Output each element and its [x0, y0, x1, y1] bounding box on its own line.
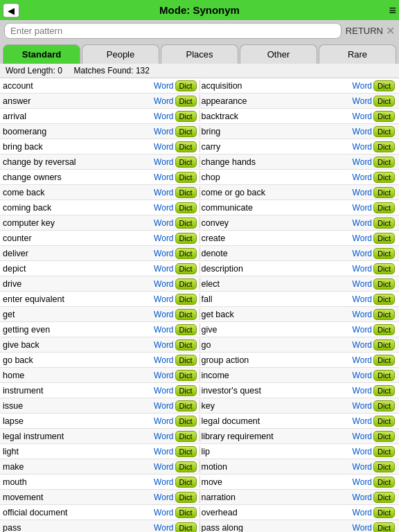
word-link-right[interactable]: Word [353, 432, 372, 441]
word-link-left[interactable]: Word [154, 432, 173, 441]
word-link-left[interactable]: Word [154, 462, 173, 472]
word-link-right[interactable]: Word [353, 340, 372, 350]
dict-button-right[interactable]: Dict [373, 385, 395, 396]
dict-button-left[interactable]: Dict [175, 385, 197, 396]
word-link-left[interactable]: Word [154, 447, 173, 456]
word-link-left[interactable]: Word [154, 127, 173, 136]
dict-button-right[interactable]: Dict [373, 202, 395, 213]
dict-button-left[interactable]: Dict [175, 187, 197, 198]
dict-button-right[interactable]: Dict [373, 400, 395, 411]
dict-button-left[interactable]: Dict [175, 370, 197, 381]
word-link-right[interactable]: Word [353, 447, 372, 456]
word-link-left[interactable]: Word [154, 112, 173, 121]
dict-button-right[interactable]: Dict [373, 461, 395, 472]
dict-button-right[interactable]: Dict [373, 172, 395, 183]
dict-button-left[interactable]: Dict [175, 233, 197, 244]
word-link-left[interactable]: Word [154, 340, 173, 350]
dict-button-right[interactable]: Dict [373, 355, 395, 366]
menu-button[interactable]: ≡ [389, 3, 396, 17]
dict-button-right[interactable]: Dict [373, 507, 395, 518]
word-link-right[interactable]: Word [353, 218, 372, 228]
word-link-right[interactable]: Word [353, 355, 372, 365]
back-button[interactable]: ◀ [3, 3, 19, 17]
dict-button-left[interactable]: Dict [175, 339, 197, 351]
word-link-left[interactable]: Word [154, 416, 173, 426]
dict-button-left[interactable]: Dict [175, 263, 197, 274]
word-link-left[interactable]: Word [154, 188, 173, 197]
dict-button-right[interactable]: Dict [373, 324, 395, 335]
dict-button-right[interactable]: Dict [373, 187, 395, 198]
word-link-left[interactable]: Word [154, 279, 173, 289]
word-link-right[interactable]: Word [353, 493, 372, 502]
dict-button-left[interactable]: Dict [175, 126, 197, 137]
word-link-left[interactable]: Word [154, 310, 173, 319]
dict-button-right[interactable]: Dict [373, 339, 395, 351]
dict-button-left[interactable]: Dict [175, 141, 197, 152]
word-link-left[interactable]: Word [154, 523, 173, 533]
dict-button-left[interactable]: Dict [175, 355, 197, 366]
dict-button-right[interactable]: Dict [373, 157, 395, 168]
dict-button-left[interactable]: Dict [175, 202, 197, 213]
word-link-left[interactable]: Word [154, 401, 173, 411]
dict-button-right[interactable]: Dict [373, 141, 395, 152]
word-link-right[interactable]: Word [353, 416, 372, 426]
dict-button-left[interactable]: Dict [175, 492, 197, 503]
word-link-right[interactable]: Word [353, 264, 372, 274]
dict-button-right[interactable]: Dict [373, 522, 395, 533]
search-input[interactable] [4, 23, 342, 39]
dict-button-right[interactable]: Dict [373, 294, 395, 305]
word-link-left[interactable]: Word [154, 172, 173, 182]
dict-button-left[interactable]: Dict [175, 80, 197, 91]
dict-button-left[interactable]: Dict [175, 431, 197, 442]
dict-button-left[interactable]: Dict [175, 248, 197, 259]
dict-button-left[interactable]: Dict [175, 507, 197, 518]
word-link-right[interactable]: Word [353, 112, 372, 121]
dict-button-left[interactable]: Dict [175, 446, 197, 457]
word-link-right[interactable]: Word [353, 401, 372, 411]
dict-button-right[interactable]: Dict [373, 446, 395, 457]
dict-button-right[interactable]: Dict [373, 492, 395, 503]
word-link-left[interactable]: Word [154, 203, 173, 213]
word-link-left[interactable]: Word [154, 355, 173, 365]
dict-button-left[interactable]: Dict [175, 309, 197, 320]
word-link-right[interactable]: Word [353, 523, 372, 533]
dict-button-left[interactable]: Dict [175, 522, 197, 533]
word-link-left[interactable]: Word [154, 371, 173, 380]
dict-button-left[interactable]: Dict [175, 278, 197, 290]
dict-button-right[interactable]: Dict [373, 248, 395, 259]
dict-button-left[interactable]: Dict [175, 218, 197, 229]
tab-other[interactable]: Other [240, 44, 317, 64]
dict-button-left[interactable]: Dict [175, 324, 197, 335]
dict-button-left[interactable]: Dict [175, 157, 197, 168]
word-link-right[interactable]: Word [353, 142, 372, 152]
dict-button-right[interactable]: Dict [373, 126, 395, 137]
word-link-right[interactable]: Word [353, 371, 372, 380]
word-link-left[interactable]: Word [154, 157, 173, 167]
word-link-left[interactable]: Word [154, 249, 173, 258]
word-link-left[interactable]: Word [154, 477, 173, 487]
word-link-right[interactable]: Word [353, 294, 372, 304]
word-link-left[interactable]: Word [154, 96, 173, 106]
dict-button-left[interactable]: Dict [175, 294, 197, 305]
word-link-left[interactable]: Word [154, 233, 173, 243]
word-link-right[interactable]: Word [353, 249, 372, 258]
dict-button-left[interactable]: Dict [175, 96, 197, 107]
dict-button-right[interactable]: Dict [373, 111, 395, 122]
tab-places[interactable]: Places [161, 44, 238, 64]
word-link-left[interactable]: Word [154, 294, 173, 304]
word-link-right[interactable]: Word [353, 386, 372, 396]
word-link-right[interactable]: Word [353, 172, 372, 182]
dict-button-left[interactable]: Dict [175, 416, 197, 427]
dict-button-right[interactable]: Dict [373, 80, 395, 91]
word-link-right[interactable]: Word [353, 127, 372, 136]
word-link-left[interactable]: Word [154, 81, 173, 91]
tab-standard[interactable]: Standard [3, 44, 80, 64]
word-link-right[interactable]: Word [353, 96, 372, 106]
tab-rare[interactable]: Rare [319, 44, 396, 64]
word-link-left[interactable]: Word [154, 142, 173, 152]
word-link-left[interactable]: Word [154, 386, 173, 396]
dict-button-right[interactable]: Dict [373, 96, 395, 107]
dict-button-right[interactable]: Dict [373, 233, 395, 244]
word-link-right[interactable]: Word [353, 203, 372, 213]
dict-button-left[interactable]: Dict [175, 111, 197, 122]
